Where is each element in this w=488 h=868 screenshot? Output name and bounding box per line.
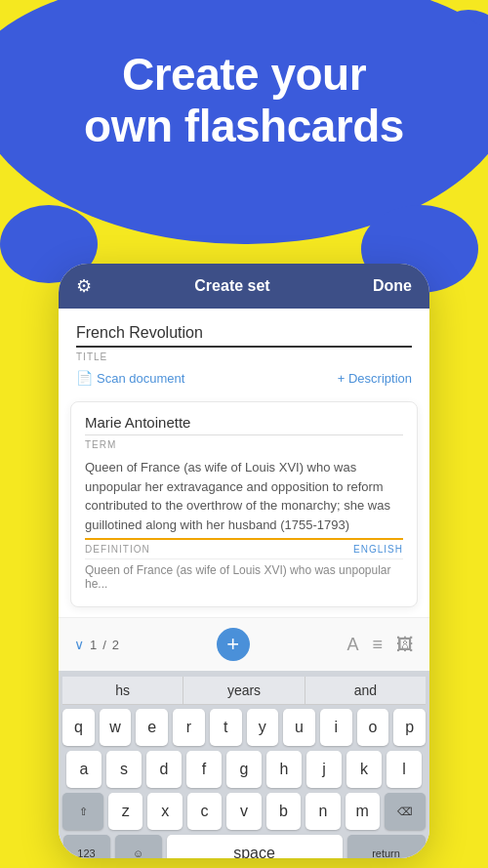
key-a[interactable]: a [66,751,102,788]
key-q[interactable]: q [62,709,95,746]
toolbar: ⚙ Create set Done [59,264,429,309]
key-p[interactable]: p [393,709,426,746]
flashcard: TERM Queen of France (as wife of Louis X… [70,401,418,607]
title-input[interactable] [76,324,412,348]
list-format-icon[interactable]: ≡ [372,635,383,655]
key-g[interactable]: g [226,751,262,788]
headline: Create your own flashcards [0,29,488,172]
shift-key[interactable]: ⇧ [62,793,103,830]
definition-text: Queen of France (as wife of Louis XVI) w… [85,458,403,534]
keyboard-suggestions: hs years and [62,677,426,705]
key-r[interactable]: r [173,709,205,746]
key-i[interactable]: i [320,709,352,746]
expand-icon[interactable]: ∨ [74,637,84,652]
page-separator: / [102,638,106,652]
text-format-icon[interactable]: A [346,635,358,655]
key-t[interactable]: t [210,709,242,746]
scan-row: 📄 Scan document + Description [76,370,412,386]
key-c[interactable]: c [187,793,222,830]
headline-line2: own flashcards [84,101,404,151]
phone-mockup: ⚙ Create set Done TITLE 📄 Scan document … [59,264,429,858]
key-u[interactable]: u [283,709,315,746]
key-n[interactable]: n [305,793,340,830]
key-h[interactable]: h [266,751,302,788]
page-current: 1 [90,638,97,652]
definition-row: DEFINITION ENGLISH [85,538,403,555]
add-description-button[interactable]: + Description [338,371,412,386]
bottom-icons: A ≡ 🖼 [346,635,414,655]
key-b[interactable]: b [266,793,301,830]
suggestion-hs[interactable]: hs [62,677,183,704]
space-key[interactable]: space [167,835,343,858]
key-x[interactable]: x [147,793,182,830]
key-y[interactable]: y [247,709,279,746]
title-label: TITLE [76,351,412,362]
definition-preview: Queen of France (as wife of Louis XVI) w… [85,558,403,595]
page-indicator: ∨ 1 / 2 [74,637,119,652]
delete-key[interactable]: ⌫ [385,793,426,830]
keyboard-row-3: ⇧ z x c v b n m ⌫ [62,793,426,830]
keyboard: hs years and q w e r t y u i o p a s d f… [59,671,429,858]
emoji-key[interactable]: ☺ [115,835,162,858]
key-l[interactable]: l [386,751,422,788]
scan-icon: 📄 [76,370,93,386]
suggestion-years[interactable]: years [183,677,305,704]
settings-icon[interactable]: ⚙ [76,275,92,297]
key-k[interactable]: k [346,751,382,788]
image-icon[interactable]: 🖼 [396,635,414,655]
suggestion-and[interactable]: and [305,677,426,704]
key-j[interactable]: j [306,751,342,788]
toolbar-title: Create set [194,277,269,295]
key-m[interactable]: m [346,793,380,830]
key-v[interactable]: v [226,793,261,830]
term-input[interactable] [85,414,403,435]
scan-label: Scan document [97,371,184,386]
done-button[interactable]: Done [373,277,412,295]
return-key[interactable]: return [347,835,426,858]
key-w[interactable]: w [100,709,132,746]
add-card-button[interactable]: + [217,628,250,661]
scan-document-button[interactable]: 📄 Scan document [76,370,184,386]
term-label: TERM [85,439,403,450]
keyboard-row-4: 123 ☺ space return [62,835,426,858]
language-label: ENGLISH [353,544,403,555]
key-e[interactable]: e [136,709,168,746]
key-f[interactable]: f [186,751,222,788]
headline-line1: Create your [122,49,366,100]
keyboard-row-2: a s d f g h j k l [62,751,426,788]
keyboard-row-1: q w e r t y u i o p [62,709,426,746]
bottom-toolbar: ∨ 1 / 2 + A ≡ 🖼 [59,617,429,671]
key-o[interactable]: o [357,709,389,746]
key-z[interactable]: z [108,793,142,830]
headline-text: Create your own flashcards [29,49,459,152]
key-d[interactable]: d [146,751,182,788]
key-s[interactable]: s [106,751,142,788]
definition-label: DEFINITION [85,544,150,555]
form-area: TITLE 📄 Scan document + Description [59,309,429,401]
page-total: 2 [112,638,119,652]
